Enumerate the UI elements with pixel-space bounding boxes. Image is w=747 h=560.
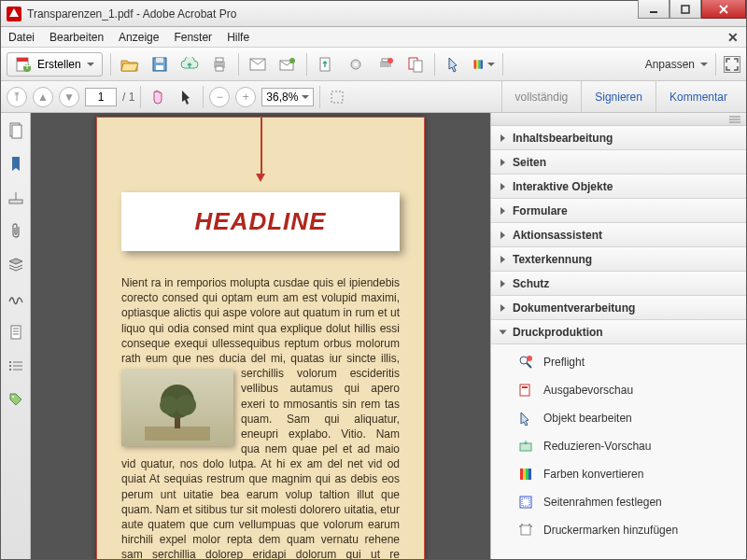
tools-panel: Inhaltsbearbeitung Seiten Interaktive Ob… [490,113,746,559]
page-number-input[interactable] [85,88,117,106]
open-button[interactable] [119,53,141,76]
tab-signieren[interactable]: Signieren [581,81,655,112]
arrowhead-icon [256,174,265,182]
tools-button[interactable] [345,53,367,76]
fullscreen-button[interactable] [724,56,740,73]
arrow-annotation [261,118,262,175]
menubar-close-icon[interactable]: ✕ [727,30,739,45]
triangle-right-icon [500,183,505,190]
menu-anzeige[interactable]: Anzeige [119,31,159,44]
section-inhaltsbearbeitung[interactable]: Inhaltsbearbeitung [491,126,746,150]
svg-rect-57 [522,386,528,388]
export-button[interactable] [315,53,337,76]
menu-datei[interactable]: Datei [8,31,35,44]
section-druckproduktion[interactable]: Druckproduktion [491,320,746,344]
convert-button[interactable] [404,53,427,76]
item-ausgabevorschau[interactable]: Ausgabevorschau [491,376,746,404]
svg-rect-65 [521,525,530,535]
rainbow-icon [472,56,486,73]
convert-pdf-icon [407,56,424,73]
svg-rect-60 [523,469,526,480]
share-button[interactable] [276,53,299,76]
triangle-right-icon [500,134,505,142]
destinations-button[interactable] [7,357,24,374]
cloud-button[interactable] [178,53,201,76]
chevron-down-icon [487,63,495,66]
print-button[interactable] [208,53,231,76]
save-button[interactable] [148,53,171,76]
svg-rect-24 [414,61,422,72]
create-button[interactable]: + Erstellen [7,52,103,77]
section-interaktive-objekte[interactable]: Interaktive Objekte [491,175,746,199]
tab-kommentar[interactable]: Kommentar [655,81,740,112]
ruler-button[interactable] [7,189,24,206]
section-aktionsassistent[interactable]: Aktionsassistent [491,223,746,247]
svg-point-53 [520,357,528,364]
signature-icon [7,292,24,305]
close-button[interactable] [701,0,746,19]
tree-icon [145,375,210,441]
svg-rect-25 [473,60,475,68]
svg-rect-29 [331,91,343,103]
first-page-button[interactable]: ⤒ [7,87,27,107]
headline-box: HEADLINE [121,192,400,251]
svg-rect-61 [526,469,529,480]
menu-bearbeiten[interactable]: Bearbeiten [49,31,104,44]
section-dokumentverarbeitung[interactable]: Dokumentverarbeitung [491,296,746,320]
section-seiten[interactable]: Seiten [491,150,746,175]
section-schutz[interactable]: Schutz [491,272,746,296]
headline-text: HEADLINE [121,207,400,236]
window-title: Transparenzen_1.pdf - Adobe Acrobat Pro [27,7,638,21]
signatures-button[interactable] [7,290,24,307]
svg-rect-27 [478,60,480,68]
svg-rect-32 [9,200,22,203]
triangle-right-icon [500,304,505,312]
item-seitenrahmen[interactable]: Seitenrahmen festlegen [491,488,746,516]
zoom-level-input[interactable]: 36,8% [261,88,314,106]
bookmark-icon [9,156,22,173]
next-page-button[interactable]: ▼ [59,87,79,107]
save-icon [151,56,168,73]
articles-button[interactable] [7,324,24,341]
email-button[interactable] [247,53,269,76]
zoom-out-button[interactable]: − [209,87,230,107]
section-formulare[interactable]: Formulare [491,199,746,223]
tags-button[interactable] [7,391,24,408]
share-icon [279,57,296,72]
layers-button[interactable] [7,257,24,273]
item-druckermarken[interactable]: Druckermarken hinzufügen [491,516,746,544]
layers-icon [7,258,24,273]
minimize-button[interactable] [638,0,669,19]
hand-tool-button[interactable] [147,86,169,108]
attachments-button[interactable] [7,223,24,240]
item-farben-konvertieren[interactable]: Farben konvertieren [491,460,746,488]
item-reduzieren-vorschau[interactable]: Reduzieren-Vorschau [491,432,746,460]
svg-rect-10 [156,65,163,70]
svg-rect-62 [529,469,531,480]
select-tool-button[interactable] [175,86,197,108]
output-preview-icon [517,382,534,399]
flatten-preview-icon [517,438,534,455]
prev-page-button[interactable]: ▲ [33,87,53,107]
item-objekt-bearbeiten[interactable]: Objekt bearbeiten [491,404,746,432]
tab-vollstaendig[interactable]: vollständig [501,81,582,112]
ruler-icon [8,190,23,205]
section-texterkennung[interactable]: Texterkennung [491,247,746,272]
main-toolbar: + Erstellen Anpassen [1,48,746,81]
item-preflight[interactable]: Preflight [491,348,746,376]
marquee-zoom-button[interactable] [326,86,348,108]
document-viewport[interactable]: HEADLINE Nient ra in remporios molupta c… [31,113,490,559]
customize-label[interactable]: Anpassen [645,58,695,71]
chevron-down-icon [87,63,94,66]
color-button[interactable] [472,53,495,76]
menu-fenster[interactable]: Fenster [174,31,212,44]
menu-hilfe[interactable]: Hilfe [227,31,249,44]
thumbnails-button[interactable] [7,122,24,139]
svg-rect-9 [156,58,163,63]
bookmarks-button[interactable] [7,156,24,173]
zoom-in-button[interactable]: + [235,87,256,107]
maximize-button[interactable] [669,0,701,19]
edit-text-button[interactable] [443,53,465,76]
quickprint-button[interactable] [374,53,397,76]
panel-grip[interactable] [491,113,746,126]
